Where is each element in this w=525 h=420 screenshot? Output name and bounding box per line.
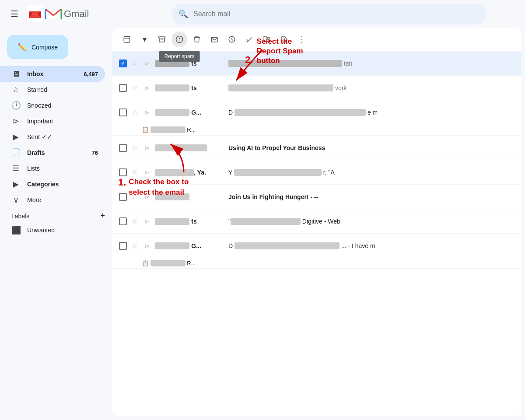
inbox-icon: 🖥 (11, 70, 20, 79)
email-checkbox-6[interactable] (119, 193, 127, 201)
email-row-5[interactable]: ☆ ⊳ █████████, Ya. Y ████████████████ r,… (112, 160, 522, 185)
sidebar-item-important[interactable]: ⊳ Important (0, 113, 105, 129)
email-subject-4: Using AI to Propel Your Business (228, 144, 514, 151)
search-bar[interactable]: 🔍 (172, 4, 486, 24)
snoozed-icon: 🕐 (11, 101, 20, 110)
email-subject-7: "████████████ Digitive - Web (228, 218, 514, 225)
email-forward-4[interactable]: ⊳ (143, 144, 151, 151)
email-sender-8: ████████ G... (155, 242, 225, 249)
starred-label: Starred (27, 86, 98, 93)
email-checkbox-4[interactable] (119, 144, 127, 152)
sidebar-item-starred[interactable]: ☆ Starred (0, 82, 105, 98)
email-checkbox-2[interactable] (119, 84, 127, 92)
starred-icon: ☆ (11, 85, 20, 94)
header: ☰ Gmail (0, 0, 525, 28)
important-label: Important (27, 118, 98, 125)
hamburger-icon[interactable]: ☰ (7, 5, 22, 23)
email-star-6[interactable]: ☆ (130, 192, 139, 201)
svg-point-7 (179, 41, 180, 41)
pill-text-8: R... (187, 260, 196, 266)
email-sender-4: ████████████ (155, 144, 225, 151)
gmail-title-text: Gmail (64, 8, 89, 20)
email-forward-2[interactable]: ⊳ (143, 84, 151, 91)
label-icon (280, 35, 288, 43)
email-checkbox-3[interactable] (119, 108, 127, 116)
move-to-button[interactable] (259, 32, 275, 47)
email-row-6[interactable]: ☆ ⊳ ████████ Join Us in Fighting Hunger!… (112, 185, 522, 209)
more-options-button[interactable]: ⋮ (294, 32, 310, 47)
sidebar-item-drafts[interactable]: 📄 Drafts 76 (0, 145, 105, 161)
email-forward-1[interactable]: ⊳ (143, 60, 151, 67)
pill-text-3: R... (187, 126, 196, 133)
archive-button[interactable] (154, 32, 170, 47)
email-pill-8[interactable]: 📋 ████████ R... (142, 260, 196, 266)
labels-title: Labels (11, 213, 29, 220)
report-spam-button[interactable]: Report spam (172, 32, 187, 47)
email-subject-3: D ████████████████████ e m (228, 109, 514, 116)
mark-done-icon (245, 35, 253, 43)
email-checkbox-7[interactable] (119, 217, 127, 225)
email-star-3[interactable]: ☆ (130, 108, 139, 117)
search-icon: 🔍 (178, 9, 188, 19)
email-row-4[interactable]: ☆ ⊳ ████████████ Using AI to Propel Your… (112, 136, 522, 160)
snoozed-label: Snoozed (27, 102, 98, 109)
sent-label: Sent ✓✓ (27, 133, 98, 140)
select-dropdown-button[interactable]: ▾ (136, 32, 152, 47)
email-star-2[interactable]: ☆ (130, 84, 139, 92)
email-subject-6: Join Us in Fighting Hunger! - -- (228, 193, 514, 200)
email-row-2[interactable]: ☆ ⊳ ████████ ts '████████████████████ vo… (112, 76, 522, 100)
email-list: ☆ ⊳ ████████ ts ████████████████████ tat… (112, 51, 522, 416)
delete-button[interactable] (189, 32, 205, 47)
email-forward-5[interactable]: ⊳ (143, 169, 151, 176)
more-label: More (27, 196, 98, 203)
sidebar-item-snoozed[interactable]: 🕐 Snoozed (0, 98, 105, 113)
email-star-8[interactable]: ☆ (130, 242, 139, 250)
email-checkbox-8[interactable] (119, 242, 127, 250)
snooze-button[interactable] (224, 32, 240, 47)
archive-icon (158, 35, 166, 43)
email-forward-8[interactable]: ⊳ (143, 242, 151, 249)
email-forward-6[interactable]: ⊳ (143, 193, 151, 200)
email-star-5[interactable]: ☆ (130, 168, 139, 176)
email-subject-5: Y ████████████████ r, "A (228, 169, 514, 176)
pill-doc-icon-8: 📋 (142, 260, 149, 266)
label-button[interactable] (276, 32, 292, 47)
sidebar-item-sent[interactable]: ▶ Sent ✓✓ (0, 129, 105, 145)
email-pill-3[interactable]: 📋 ████████ R... (142, 126, 196, 133)
search-input[interactable] (193, 10, 480, 18)
toolbar: ▾ Report spam (112, 28, 522, 51)
email-star-1[interactable]: ☆ (130, 59, 139, 67)
sidebar-item-lists[interactable]: ☰ Lists (0, 161, 105, 176)
pill-doc-icon-3: 📋 (142, 126, 149, 133)
inbox-label: Inbox (27, 70, 77, 77)
email-forward-3[interactable]: ⊳ (143, 109, 151, 116)
email-checkbox-1[interactable] (119, 60, 127, 67)
mark-read-button[interactable] (206, 32, 222, 47)
email-row-8[interactable]: ☆ ⊳ ████████ G... D ████████████████████… (112, 234, 522, 258)
email-star-7[interactable]: ☆ (130, 217, 139, 225)
mark-read-icon (210, 35, 218, 43)
email-sender-7: ████████ ts (155, 218, 225, 225)
email-row-group-3: ☆ ⊳ ████████ G... D ████████████████████… (112, 100, 522, 136)
sidebar-item-inbox[interactable]: 🖥 Inbox 6,497 (0, 66, 105, 82)
email-checkbox-5[interactable] (119, 168, 127, 176)
sidebar-item-more[interactable]: ∨ More (0, 192, 105, 208)
email-row-7[interactable]: ☆ ⊳ ████████ ts "████████████ Digitive -… (112, 209, 522, 234)
labels-add-icon[interactable]: + (100, 211, 105, 220)
email-forward-7[interactable]: ⊳ (143, 218, 151, 225)
categories-icon: ▶ (11, 179, 20, 189)
delete-icon (193, 35, 201, 43)
mark-done-button[interactable] (242, 32, 257, 47)
email-star-4[interactable]: ☆ (130, 144, 139, 152)
select-all-button[interactable] (119, 32, 135, 47)
gmail-logo-svg (45, 7, 62, 21)
sidebar-item-categories[interactable]: ▶ Categories (0, 176, 105, 192)
email-subject-1: ████████████████████ tati (228, 60, 514, 67)
email-pill-row-8: 📋 ████████ R... (112, 258, 522, 269)
sidebar-item-unwanted[interactable]: ⬛ Unwanted (0, 222, 105, 238)
compose-button[interactable]: ✏️ Compose (7, 35, 68, 59)
lists-label: Lists (27, 165, 98, 172)
email-subject-8: D ████████████████████ ... - I have m (228, 242, 514, 249)
svg-rect-4 (159, 37, 165, 38)
email-row-3[interactable]: ☆ ⊳ ████████ G... D ████████████████████… (112, 100, 522, 125)
